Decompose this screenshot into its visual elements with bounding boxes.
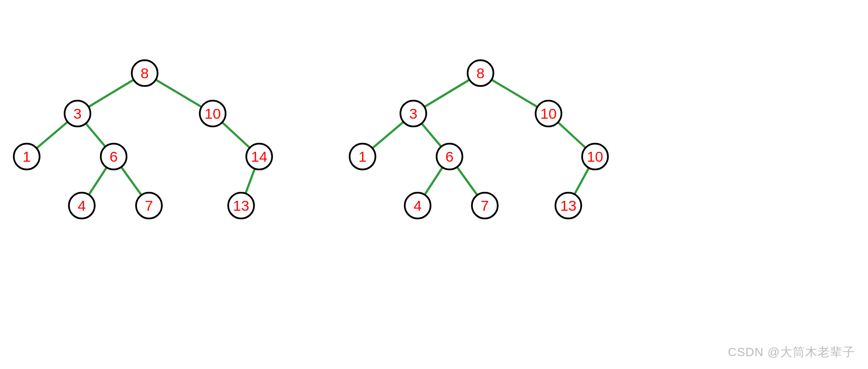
tree-node: 14 xyxy=(245,143,273,170)
tree-edge xyxy=(425,80,468,107)
tree-edge xyxy=(458,168,477,194)
tree-node: 8 xyxy=(467,59,494,87)
tree-edge xyxy=(493,80,537,106)
tree-edge xyxy=(575,169,588,194)
tree-node: 6 xyxy=(436,143,463,170)
tree-node: 7 xyxy=(135,192,163,219)
tree-edge xyxy=(558,123,585,148)
tree-edge xyxy=(37,123,67,148)
tree-node: 3 xyxy=(400,100,427,127)
tree-node: 10 xyxy=(581,143,609,170)
tree-edge xyxy=(246,169,254,193)
tree-edge xyxy=(223,123,249,148)
tree-node: 10 xyxy=(535,100,562,127)
tree-edge xyxy=(87,124,105,146)
tree-edge xyxy=(157,80,201,106)
tree-node: 4 xyxy=(68,192,96,219)
tree-edge xyxy=(425,168,442,194)
tree-edge xyxy=(422,124,441,146)
tree-node: 1 xyxy=(13,143,40,170)
tree-node: 1 xyxy=(349,143,376,170)
tree-node: 6 xyxy=(100,143,127,170)
tree-edge xyxy=(122,168,141,194)
tree-node: 4 xyxy=(404,192,431,219)
tree-edge xyxy=(89,168,106,194)
tree-edges-layer xyxy=(0,0,868,369)
tree-node: 3 xyxy=(64,100,91,127)
tree-node: 13 xyxy=(227,192,255,219)
watermark-text: CSDN @大筒木老辈子 xyxy=(728,344,855,360)
diagram-canvas: 831016144713831016104713 CSDN @大筒木老辈子 xyxy=(0,0,868,369)
tree-node: 10 xyxy=(199,100,226,127)
tree-node: 7 xyxy=(471,192,499,219)
tree-node: 13 xyxy=(555,192,582,219)
tree-edge xyxy=(89,80,133,107)
tree-edge xyxy=(373,123,403,148)
tree-node: 8 xyxy=(131,59,158,87)
